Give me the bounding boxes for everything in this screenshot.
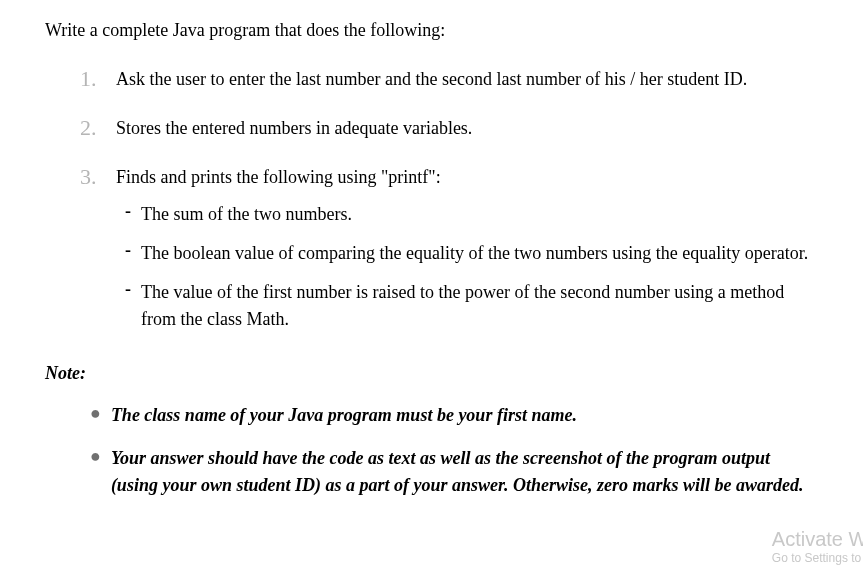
intro-text: Write a complete Java program that does …	[45, 20, 818, 41]
bullet-list: ● The class name of your Java program mu…	[45, 402, 818, 499]
bullet-text: The class name of your Java program must…	[111, 402, 818, 429]
bullet-icon: ●	[90, 402, 101, 425]
ordered-list: 1. Ask the user to enter the last number…	[45, 66, 818, 191]
sub-item-3: - The value of the first number is raise…	[125, 279, 818, 333]
watermark-title: Activate Win	[772, 528, 863, 551]
sub-item-1: - The sum of the two numbers.	[125, 201, 818, 228]
bullet-item-1: ● The class name of your Java program mu…	[90, 402, 818, 429]
ordered-item-1: 1. Ask the user to enter the last number…	[80, 66, 818, 93]
ordered-number: 1.	[80, 66, 104, 92]
ordered-text: Finds and prints the following using "pr…	[116, 164, 818, 191]
dash-icon: -	[125, 279, 131, 300]
ordered-item-2: 2. Stores the entered numbers in adequat…	[80, 115, 818, 142]
ordered-item-3: 3. Finds and prints the following using …	[80, 164, 818, 191]
watermark-subtitle: Go to Settings to	[772, 551, 863, 565]
dash-icon: -	[125, 240, 131, 261]
sub-text: The boolean value of comparing the equal…	[141, 240, 818, 267]
activate-windows-watermark: Activate Win Go to Settings to	[772, 528, 863, 565]
ordered-number: 3.	[80, 164, 104, 190]
ordered-text: Stores the entered numbers in adequate v…	[116, 115, 818, 142]
sub-text: The value of the first number is raised …	[141, 279, 818, 333]
sub-item-2: - The boolean value of comparing the equ…	[125, 240, 818, 267]
bullet-text: Your answer should have the code as text…	[111, 445, 818, 499]
bullet-icon: ●	[90, 445, 101, 468]
dash-icon: -	[125, 201, 131, 222]
ordered-number: 2.	[80, 115, 104, 141]
bullet-item-2: ● Your answer should have the code as te…	[90, 445, 818, 499]
note-label: Note:	[45, 363, 818, 384]
sub-text: The sum of the two numbers.	[141, 201, 818, 228]
ordered-text: Ask the user to enter the last number an…	[116, 66, 818, 93]
sub-list: - The sum of the two numbers. - The bool…	[45, 201, 818, 333]
